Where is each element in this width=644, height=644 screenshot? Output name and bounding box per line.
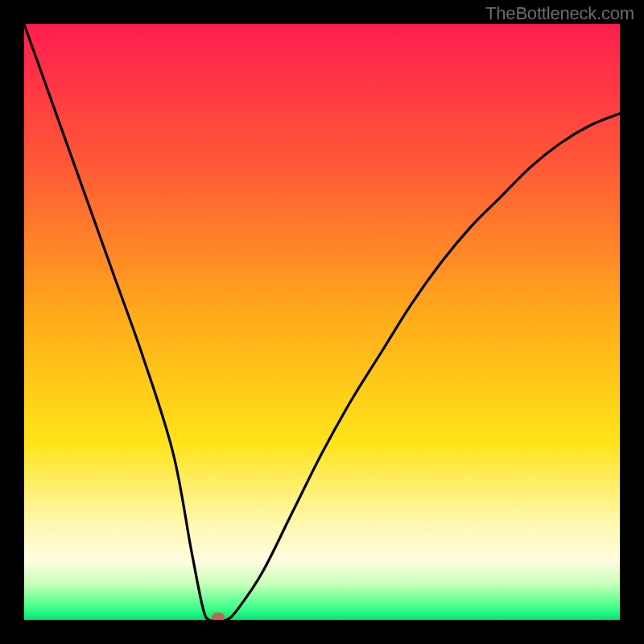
attribution-label: TheBottleneck.com [485,3,634,24]
plot-area [24,24,620,620]
bottleneck-curve [24,24,620,620]
chart-frame: TheBottleneck.com [0,0,644,644]
optimal-point-marker [212,613,225,620]
